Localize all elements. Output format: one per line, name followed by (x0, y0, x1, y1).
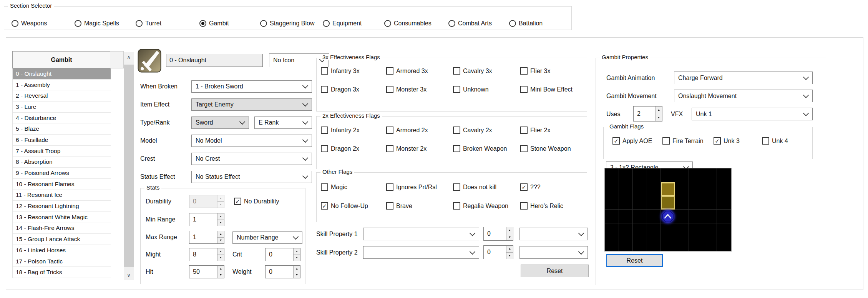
skill-property-2-extra-select[interactable] (519, 246, 588, 259)
gambit-list-item[interactable]: 0 - Onslaught (13, 68, 111, 80)
checkbox-cavalry-2x[interactable]: ✓Cavalry 2x (453, 127, 492, 134)
aoe-cell[interactable] (661, 237, 675, 251)
aoe-cell[interactable] (633, 168, 647, 182)
spinner-up-button[interactable]: ▲ (217, 195, 224, 202)
aoe-cell[interactable] (647, 223, 661, 237)
aoe-cell[interactable] (647, 168, 661, 182)
aoe-cell[interactable] (689, 168, 703, 182)
skill-property-1-select[interactable] (363, 228, 479, 240)
aoe-cell[interactable] (647, 196, 661, 210)
radio-equipment[interactable]: Equipment (323, 20, 362, 27)
spinner-up-button[interactable]: ▲ (506, 227, 513, 234)
spinner-down-button[interactable]: ▼ (217, 238, 224, 244)
gambit-list-item[interactable]: 6 - Fusillade (13, 135, 111, 146)
aoe-cell[interactable] (717, 168, 731, 182)
aoe-cell[interactable] (647, 237, 661, 251)
spinner-up-button[interactable]: ▲ (217, 231, 224, 238)
gambit-list-item[interactable]: 10 - Resonant Flames (13, 179, 111, 190)
radio-combat-arts[interactable]: Combat Arts (448, 20, 492, 27)
gambit-list-item[interactable]: 15 - Group Lance Attack (13, 234, 111, 245)
skill-property-2-select[interactable] (363, 246, 479, 259)
aoe-cell[interactable] (633, 237, 647, 251)
gambit-list-item[interactable]: 9 - Poisoned Arrows (13, 168, 111, 179)
checkbox-regalia-weapon[interactable]: ✓Regalia Weapon (453, 202, 508, 210)
aoe-origin-cell[interactable] (661, 210, 675, 223)
gambit-list-item[interactable]: 5 - Blaze (13, 123, 111, 135)
aoe-cell[interactable] (605, 237, 619, 251)
spinner-up-button[interactable]: ▲ (656, 107, 662, 114)
gambit-list-item[interactable]: 11 - Resonant Ice (13, 190, 111, 201)
aoe-cell[interactable] (717, 182, 731, 196)
spinner-down-button[interactable]: ▼ (217, 255, 224, 261)
gambit-list-item[interactable]: 17 - Poison Tactic (13, 256, 111, 267)
gambit-list-item[interactable]: 1 - Assembly (13, 80, 111, 91)
aoe-cell[interactable] (633, 196, 647, 210)
scroll-up-button[interactable]: ∧ (124, 52, 134, 62)
checkbox-stone-weapon[interactable]: ✓Stone Weapon (520, 145, 571, 152)
skill-property-1-extra-select[interactable] (519, 228, 588, 240)
range-type-select[interactable]: Number Range (232, 231, 302, 244)
gambit-list-item[interactable]: 3 - Lure (13, 102, 111, 113)
aoe-target-cell[interactable] (661, 182, 675, 196)
checkbox-unk-3[interactable]: ✓Unk 3 (714, 137, 740, 145)
aoe-cell[interactable] (605, 223, 619, 237)
scroll-down-button[interactable]: ∨ (124, 270, 134, 280)
checkbox-brave[interactable]: ✓Brave (386, 202, 412, 210)
radio-staggering-blow[interactable]: Staggering Blow (260, 20, 315, 27)
checkbox-unknown[interactable]: ✓Unknown (453, 86, 489, 93)
radio-weapons[interactable]: Weapons (12, 20, 47, 27)
aoe-cell[interactable] (605, 168, 619, 182)
aoe-cell[interactable] (605, 196, 619, 210)
checkbox-does-not-kill[interactable]: ✓Does not kill (453, 183, 496, 191)
checkbox-mini-bow-effect[interactable]: ✓Mini Bow Effect (520, 86, 573, 93)
weapon-type-select[interactable]: Sword (191, 117, 249, 129)
uses-spinner[interactable]: 2▲▼ (633, 106, 662, 122)
aoe-cell[interactable] (633, 210, 647, 223)
item-effect-select[interactable]: Target Enemy (191, 98, 312, 111)
radio-battalion[interactable]: Battalion (509, 20, 543, 27)
gambit-list-item[interactable]: 18 - Bag of Tricks (13, 267, 111, 278)
status-effect-select[interactable]: No Status Effect (191, 171, 312, 183)
gambit-list-item[interactable]: 13 - Resonant White Magic (13, 212, 111, 223)
aoe-cell[interactable] (675, 168, 689, 182)
spinner-up-button[interactable]: ▲ (506, 246, 513, 253)
when-broken-select[interactable]: 1 - Broken Sword (191, 80, 312, 93)
spinner-up-button[interactable]: ▲ (217, 213, 224, 220)
aoe-cell[interactable] (619, 223, 633, 237)
weight-spinner[interactable]: 0▲▼ (265, 265, 300, 278)
checkbox-broken-weapon[interactable]: ✓Broken Weapon (453, 145, 507, 152)
spinner-up-button[interactable]: ▲ (294, 248, 300, 255)
gambit-list-item[interactable]: 12 - Resonant Lightning (13, 201, 111, 212)
durability-spinner[interactable]: 0▲▼ (189, 195, 224, 208)
spinner-up-button[interactable]: ▲ (294, 266, 300, 272)
radio-gambit[interactable]: Gambit (199, 20, 229, 27)
aoe-cell[interactable] (619, 182, 633, 196)
checkbox-dragon-3x[interactable]: ✓Dragon 3x (321, 86, 359, 93)
aoe-cell[interactable] (619, 196, 633, 210)
might-spinner[interactable]: 8▲▼ (189, 248, 224, 261)
crit-spinner[interactable]: 0▲▼ (265, 248, 300, 261)
gambit-list-item[interactable]: 4 - Disturbance (13, 113, 111, 124)
reset-aoe-button[interactable]: Reset (606, 254, 663, 267)
aoe-cell[interactable] (633, 223, 647, 237)
checkbox-unk-4[interactable]: ✓Unk 4 (762, 137, 788, 145)
skill-property-2-number-spinner[interactable]: 0▲▼ (483, 245, 513, 259)
checkbox-monster-2x[interactable]: ✓Monster 2x (386, 145, 427, 152)
checkbox-cavalry-3x[interactable]: ✓Cavalry 3x (453, 67, 492, 75)
spinner-down-button[interactable]: ▼ (294, 255, 300, 261)
gambit-list-item[interactable]: 2 - Reversal (13, 90, 111, 102)
aoe-cell[interactable] (703, 182, 717, 196)
aoe-cell[interactable] (675, 182, 689, 196)
checkbox-fire-terrain[interactable]: ✓Fire Terrain (662, 137, 704, 145)
vfx-select[interactable]: Unk 1 (692, 108, 813, 120)
aoe-cell[interactable] (703, 237, 717, 251)
checkbox-dragon-2x[interactable]: ✓Dragon 2x (321, 145, 359, 152)
aoe-cell[interactable] (661, 223, 675, 237)
spinner-up-button[interactable]: ▲ (217, 266, 224, 272)
skill-property-1-number-spinner[interactable]: 0▲▼ (483, 227, 513, 241)
name-input[interactable] (166, 54, 263, 67)
aoe-cell[interactable] (605, 182, 619, 196)
checkbox-armored-3x[interactable]: ✓Armored 3x (386, 67, 428, 75)
aoe-cell[interactable] (661, 168, 675, 182)
checkbox-hero-s-relic[interactable]: ✓Hero's Relic (520, 202, 563, 210)
